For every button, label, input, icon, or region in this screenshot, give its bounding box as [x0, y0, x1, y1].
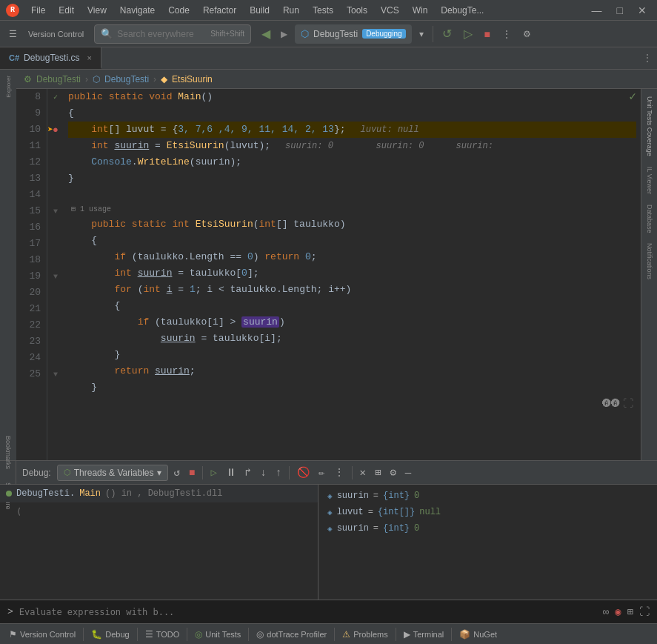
var-value-luvut: null: [419, 507, 441, 517]
menu-vcs[interactable]: VCS: [375, 4, 405, 17]
status-sep-5: [334, 628, 335, 641]
status-todo-label: TODO: [156, 630, 180, 639]
code-content[interactable]: public static void Main() ✓ { int[] luvu…: [64, 89, 641, 460]
menu-navigate[interactable]: Navigate: [114, 4, 161, 17]
thread-item-2[interactable]: ⟨: [0, 502, 318, 520]
eval-expand-icon[interactable]: ⛶: [639, 606, 650, 618]
menu-code[interactable]: Code: [162, 4, 196, 17]
breadcrumb-debug-class[interactable]: DebugTesti: [36, 74, 81, 84]
debug-minimize-button[interactable]: —: [402, 465, 414, 480]
menu-file[interactable]: File: [25, 4, 51, 17]
breadcrumb-class[interactable]: DebugTesti: [104, 74, 149, 84]
debug-step-out-button[interactable]: ↑: [273, 465, 284, 480]
code-line-15: public static int EtsiSuurin(int[] taulu…: [68, 216, 636, 233]
usage-hint: ⊞ 1 usage: [68, 203, 636, 216]
tab-debugtesti[interactable]: C# DebugTesti.cs ×: [0, 47, 101, 69]
edit-icon: ✏: [319, 467, 324, 479]
eval-grid-icon[interactable]: ⊞: [627, 605, 633, 618]
tab-close-button[interactable]: ×: [87, 53, 91, 62]
menu-run[interactable]: Run: [277, 4, 305, 17]
status-unit-tests[interactable]: ◎ Unit Tests: [189, 626, 247, 643]
more-button[interactable]: ⋮: [498, 27, 516, 42]
tab-overflow-button[interactable]: ⋮: [638, 52, 657, 64]
status-problems[interactable]: ⚠ Problems: [336, 626, 393, 643]
search-box[interactable]: 🔍 Shift+Shift: [94, 24, 251, 44]
sidebar-toggle-button[interactable]: ☰: [4, 27, 21, 42]
minimize-button[interactable]: —: [587, 3, 607, 18]
debug-close-button[interactable]: ✕: [357, 465, 369, 480]
settings-button[interactable]: ⚙: [518, 27, 536, 42]
code-line-20: {: [68, 298, 636, 314]
debug-layout-button[interactable]: ⊞: [372, 465, 384, 480]
breadcrumb-sep-2: ›: [153, 74, 156, 84]
gear-debug-icon: ⚙: [390, 467, 396, 479]
code-editor[interactable]: 8 9 10 11 12 13 14 15 16 17 18 19 20 21 …: [16, 89, 657, 460]
rerun-button[interactable]: ↺: [438, 24, 456, 43]
debug-step-into-button[interactable]: ↓: [257, 465, 269, 480]
explorer-button[interactable]: Version Control: [24, 27, 88, 41]
run-config-icon: ⬡: [301, 28, 309, 40]
thread-item-main[interactable]: DebugTesti.Main() in , DebugTesti.dll: [0, 485, 318, 502]
debug-rerun-button[interactable]: ↺: [171, 465, 183, 480]
status-sep-1: [83, 628, 84, 641]
debug-mute-button[interactable]: 🚫: [294, 465, 313, 480]
code-line-23: }: [68, 347, 636, 363]
window-controls[interactable]: — □ ✕: [587, 3, 651, 18]
search-shortcut: Shift+Shift: [210, 30, 244, 38]
sidebar-icon: ☰: [9, 29, 17, 39]
status-terminal-label: Terminal: [413, 630, 444, 639]
eval-input[interactable]: Evaluate expression with b...: [19, 607, 597, 617]
back-button[interactable]: ◀: [257, 24, 275, 43]
status-debug[interactable]: 🐛 Debug: [85, 626, 135, 643]
threads-panel[interactable]: DebugTesti.Main() in , DebugTesti.dll ⟨: [0, 485, 319, 600]
dottrace-icon: ◎: [256, 629, 264, 640]
breadcrumb-method[interactable]: EtsiSuurin: [172, 74, 213, 84]
debug-edit-button[interactable]: ✏: [316, 465, 327, 480]
eval-circle-icon[interactable]: ◉: [615, 605, 621, 618]
forward-button[interactable]: ▶: [276, 27, 292, 42]
menu-edit[interactable]: Edit: [53, 4, 80, 17]
resume-button[interactable]: ▷: [459, 24, 477, 43]
unit-tests-coverage-panel[interactable]: Unit Tests Coverage: [644, 92, 655, 161]
step-over-icon: ↱: [245, 467, 251, 479]
variables-panel[interactable]: ◈ suurin = {int} 0 ◈ luvut = {int[]} nul…: [319, 485, 657, 600]
debug-stop-button[interactable]: ■: [186, 465, 198, 480]
debug-settings-button[interactable]: ⚙: [387, 465, 398, 480]
status-unit-tests-label: Unit Tests: [205, 630, 241, 639]
debug-step-over-button[interactable]: ↱: [242, 465, 254, 480]
eval-infinity-icon[interactable]: ∞: [603, 606, 609, 618]
menu-refactor[interactable]: Refactor: [197, 4, 242, 17]
menu-tests[interactable]: Tests: [307, 4, 339, 17]
eval-bar[interactable]: > Evaluate expression with b... ∞ ◉ ⊞ ⛶: [0, 600, 657, 623]
debug-sep-2: [289, 466, 290, 479]
status-todo[interactable]: ☰ TODO: [139, 626, 186, 643]
il-viewer-panel[interactable]: IL Viewer: [644, 162, 655, 199]
status-nuget[interactable]: 📦 NuGet: [453, 626, 503, 643]
explorer-sidebar-icon[interactable]: Explorer: [4, 73, 13, 101]
debug-resume-button[interactable]: ▷: [207, 465, 219, 480]
maximize-button[interactable]: □: [613, 3, 627, 18]
status-version-control[interactable]: ⚑ Version Control: [3, 626, 81, 643]
editor-gutter: ✓ ➤ ● ▼ ▼ ▼: [47, 89, 64, 460]
database-panel[interactable]: Database: [644, 200, 655, 238]
stop-button[interactable]: ■: [480, 26, 495, 42]
close-button[interactable]: ✕: [633, 3, 651, 18]
menu-view[interactable]: View: [81, 4, 113, 17]
run-configuration[interactable]: ⬡ DebugTesti Debugging: [295, 24, 411, 44]
step-out-icon: ↑: [276, 467, 281, 479]
status-terminal[interactable]: ▶ Terminal: [398, 626, 450, 643]
run-config-arrow[interactable]: ▾: [415, 27, 428, 42]
menu-bar[interactable]: File Edit View Navigate Code Refactor Bu…: [25, 4, 490, 17]
menu-tools[interactable]: Tools: [341, 4, 373, 17]
debug-pause-button[interactable]: ⏸: [223, 465, 239, 480]
bookmarks-sidebar-icon[interactable]: Bookmarks: [3, 431, 13, 474]
menu-build[interactable]: Build: [244, 4, 276, 17]
search-input[interactable]: [117, 29, 206, 39]
status-dottrace[interactable]: ◎ dotTrace Profiler: [250, 626, 333, 643]
debug-more-button[interactable]: ⋮: [331, 465, 347, 480]
notifications-panel[interactable]: Notifications: [644, 239, 655, 284]
debug-tab-dropdown[interactable]: ⬡ Threads & Variables ▾: [57, 465, 168, 481]
status-dottrace-label: dotTrace Profiler: [267, 630, 327, 639]
menu-debugte[interactable]: DebugTe...: [435, 4, 490, 17]
menu-win[interactable]: Win: [407, 4, 434, 17]
